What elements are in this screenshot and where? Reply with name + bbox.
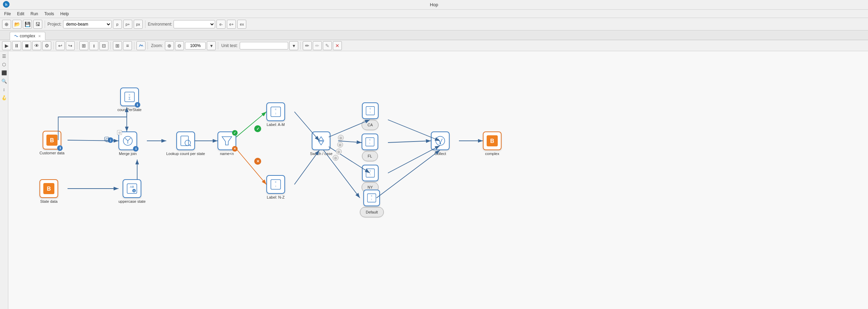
grid-button[interactable]: ⊞ [79, 41, 88, 50]
unittest-dropdown[interactable]: ▾ [289, 41, 298, 50]
p3-button[interactable]: px [134, 20, 143, 29]
environment-select[interactable] [174, 20, 215, 28]
tab-pipeline-icon [14, 34, 18, 38]
preview-button[interactable]: 👁 [32, 41, 41, 50]
menu-run[interactable]: Run [28, 11, 41, 17]
canvas-sep-3 [110, 42, 111, 49]
canvas-toolbar: ▶ ⏸ ⏹ 👁 ⚙ ↩ ↪ ⊞ ⫾ ⊟ ⊞ ≡ Zoom: ⊕ ⊖ ▾ Unit… [0, 40, 868, 51]
unittest-input[interactable] [240, 42, 288, 49]
project-select[interactable]: demo-beam [63, 20, 112, 28]
menu-tools[interactable]: Tools [42, 11, 57, 17]
project-section: Project: demo-beam p p+ px Environment: … [47, 20, 866, 29]
menu-file[interactable]: File [1, 11, 14, 17]
p2-button[interactable]: p+ [123, 20, 132, 29]
edit3-button[interactable]: ✎ [323, 41, 332, 50]
unittest-label: Unit test: [221, 43, 238, 48]
new-button[interactable]: ⊕ [2, 20, 11, 29]
run-config-button[interactable]: ⚙ [42, 41, 51, 50]
canvas-sep-2 [77, 42, 77, 49]
run-button[interactable]: ▶ [2, 41, 11, 50]
open-button[interactable]: 📂 [12, 20, 21, 29]
canvas-sep-4 [134, 42, 134, 49]
tab-complex[interactable]: complex ✕ [10, 32, 45, 40]
zoom-in-button[interactable]: ⊕ [165, 41, 174, 50]
zoom-input[interactable] [185, 42, 206, 49]
toolbar-separator-2 [145, 20, 145, 28]
save-as-button[interactable]: 🖫 [33, 20, 42, 29]
main-toolbar: ⊕ 📂 💾 🖫 Project: demo-beam p p+ px Envir… [0, 18, 868, 30]
menubar: File Edit Run Tools Help [0, 10, 868, 18]
align-button[interactable]: ⫾ [89, 41, 98, 50]
canvas-sep-6 [218, 42, 218, 49]
layout-button[interactable]: ⊞ [113, 41, 122, 50]
undo-button[interactable]: ↩ [56, 41, 65, 50]
canvas-sep-7 [300, 42, 301, 49]
window-title: Hop [430, 2, 438, 7]
save-button[interactable]: 💾 [23, 20, 32, 29]
stop-button[interactable]: ⏹ [22, 41, 31, 50]
project-label: Project: [47, 22, 62, 27]
tab-close[interactable]: ✕ [38, 34, 41, 38]
tab-label: complex [20, 34, 35, 38]
environment-label: Environment: [148, 22, 172, 27]
titlebar: h Hop [0, 0, 868, 10]
p1-button[interactable]: p [113, 20, 122, 29]
hop-button[interactable] [136, 41, 145, 50]
menu-help[interactable]: Help [57, 11, 72, 17]
menu-edit[interactable]: Edit [14, 11, 27, 17]
edit2-button[interactable]: ✏ [313, 41, 322, 50]
canvas-sep-5 [148, 42, 148, 49]
zoom-dropdown[interactable]: ▾ [207, 41, 216, 50]
e2-button[interactable]: e+ [227, 20, 236, 29]
align2-button[interactable]: ⊟ [99, 41, 108, 50]
pause-button[interactable]: ⏸ [12, 41, 21, 50]
app-logo: h [3, 1, 10, 9]
zoom-label: Zoom: [151, 43, 163, 48]
zoom-out-button[interactable]: ⊖ [175, 41, 184, 50]
redo-button[interactable]: ↪ [66, 41, 75, 50]
canvas-sep-1 [53, 42, 54, 49]
e1-button[interactable]: e- [216, 20, 225, 29]
e3-button[interactable]: ex [237, 20, 246, 29]
svg-text:h: h [5, 2, 7, 6]
toolbar-separator-1 [45, 20, 45, 28]
delete-button[interactable]: ✕ [333, 41, 342, 50]
tab-bar: complex ✕ [0, 30, 868, 40]
layout2-button[interactable]: ≡ [123, 41, 132, 50]
edit1-button[interactable]: ✏ [303, 41, 312, 50]
